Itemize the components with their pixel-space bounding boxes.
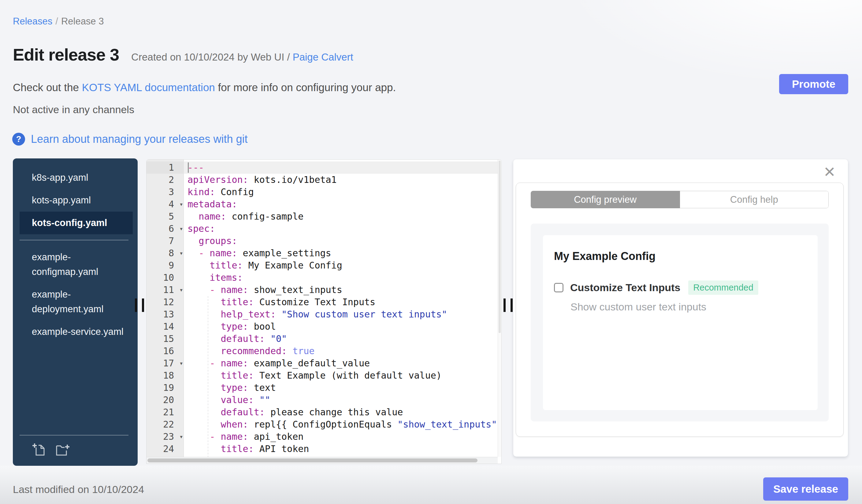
line-number: 24	[163, 443, 174, 454]
preview-resize-handle[interactable]	[504, 299, 513, 312]
code-text[interactable]: type: bool	[184, 320, 501, 333]
hscroll-thumb[interactable]	[147, 459, 478, 462]
sidebar-footer-divider	[19, 435, 129, 436]
code-line-10[interactable]: 10 items:	[146, 271, 501, 284]
code-line-1[interactable]: 1---	[146, 161, 501, 174]
docs-line-prefix: Check out the	[13, 81, 82, 93]
code-line-19[interactable]: 19 type: text	[146, 382, 501, 394]
code-line-20[interactable]: 20 value: ""	[146, 394, 501, 406]
save-release-button[interactable]: Save release	[763, 477, 848, 501]
file-item-kots-config.yaml[interactable]: kots-config.yaml	[19, 212, 133, 234]
file-item-example-service.yaml[interactable]: example-service.yaml	[19, 320, 133, 343]
code-line-23[interactable]: 23▾ - name: api_token	[146, 430, 501, 443]
fold-arrow-icon[interactable]: ▾	[179, 430, 183, 443]
code-line-17[interactable]: 17▾ - name: example_default_value	[146, 357, 501, 369]
code-line-15[interactable]: 15 default: "0"	[146, 333, 501, 345]
code-text[interactable]: when: repl{{ ConfigOptionEquals "show_te…	[184, 419, 501, 430]
line-number: 13	[163, 309, 174, 320]
close-icon[interactable]: ✕	[823, 165, 836, 180]
code-line-4[interactable]: 4▾metadata:	[146, 198, 501, 210]
code-line-8[interactable]: 8▾ - name: example_settings	[146, 247, 501, 259]
promote-button[interactable]: Promote	[779, 74, 848, 94]
code-text[interactable]: - name: example_settings	[184, 247, 501, 259]
file-sidebar: k8s-app.yamlkots-app.yamlkots-config.yam…	[13, 158, 138, 466]
code-text[interactable]: type: text	[184, 382, 501, 394]
code-text[interactable]: default: "0"	[184, 333, 501, 345]
channel-status: Not active in any channels	[13, 104, 134, 116]
sidebar-footer	[13, 429, 138, 466]
code-text[interactable]: name: config-sample	[184, 210, 501, 223]
code-line-2[interactable]: 2apiVersion: kots.io/v1beta1	[146, 174, 501, 186]
breadcrumb: Releases/Release 3	[13, 16, 104, 27]
line-number: 6	[169, 223, 174, 234]
line-number: 18	[163, 370, 174, 381]
code-text[interactable]: spec:	[184, 223, 501, 235]
code-line-24[interactable]: 24 title: API token	[146, 443, 501, 455]
docs-line: Check out the KOTS YAML documentation fo…	[13, 81, 396, 94]
fold-arrow-icon[interactable]: ▾	[179, 223, 183, 235]
code-line-18[interactable]: 18 title: Text Example (with default val…	[146, 369, 501, 382]
code-text[interactable]: value: ""	[184, 394, 501, 406]
file-item-kots-app.yaml[interactable]: kots-app.yaml	[19, 189, 133, 212]
vscroll-thumb[interactable]	[499, 161, 501, 333]
code-line-11[interactable]: 11▾ - name: show_text_inputs	[146, 284, 501, 296]
sidebar-resize-handle[interactable]	[135, 299, 144, 312]
fold-arrow-icon[interactable]: ▾	[179, 247, 183, 259]
code-text[interactable]: kind: Config	[184, 186, 501, 198]
code-text[interactable]: - name: example_default_value	[184, 357, 501, 369]
code-text[interactable]: help_text: "Show custom user text inputs…	[184, 308, 501, 320]
code-line-9[interactable]: 9 title: My Example Config	[146, 259, 501, 271]
code-text[interactable]: title: Text Example (with default value)	[184, 369, 501, 382]
code-text[interactable]: - name: show_text_inputs	[184, 284, 501, 296]
config-checkbox[interactable]	[554, 283, 563, 292]
breadcrumb-current: Release 3	[61, 16, 104, 27]
code-text[interactable]: - name: api_token	[184, 430, 501, 443]
code-line-12[interactable]: 12 title: Customize Text Inputs	[146, 296, 501, 308]
code-line-13[interactable]: 13 help_text: "Show custom user text inp…	[146, 308, 501, 320]
line-number: 2	[169, 174, 174, 185]
code-line-5[interactable]: 5 name: config-sample	[146, 210, 501, 223]
config-group-title: My Example Config	[554, 235, 818, 263]
editor-vscrollbar[interactable]	[498, 160, 501, 457]
yaml-editor[interactable]: 1---2apiVersion: kots.io/v1beta13kind: C…	[146, 159, 502, 464]
add-folder-icon[interactable]	[55, 442, 70, 456]
config-preview-area: My Example Config Customize Text Inputs …	[531, 224, 829, 422]
fold-arrow-icon[interactable]: ▾	[179, 284, 183, 296]
code-text[interactable]: items:	[184, 271, 501, 284]
line-number: 23	[163, 431, 174, 442]
code-text[interactable]: title: Customize Text Inputs	[184, 296, 501, 308]
code-line-16[interactable]: 16 recommended: true	[146, 345, 501, 357]
created-info: Created on 10/10/2024 by Web UI /Paige C…	[131, 51, 353, 63]
file-item-example-deployment.yaml[interactable]: example-deployment.yaml	[19, 283, 133, 320]
code-text[interactable]: recommended: true	[184, 345, 501, 357]
line-number: 5	[169, 211, 174, 222]
author-link[interactable]: Paige Calvert	[293, 51, 353, 63]
file-item-example-configmap.yaml[interactable]: example-configmap.yaml	[19, 246, 133, 283]
breadcrumb-releases-link[interactable]: Releases	[13, 16, 52, 27]
code-text[interactable]: apiVersion: kots.io/v1beta1	[184, 174, 501, 186]
tab-config-help[interactable]: Config help	[680, 191, 829, 208]
kots-docs-link[interactable]: KOTS YAML documentation	[82, 81, 215, 93]
title-row: Edit release 3 Created on 10/10/2024 by …	[13, 45, 353, 65]
code-text[interactable]: title: My Example Config	[184, 259, 501, 271]
page-title: Edit release 3	[13, 45, 119, 65]
fold-arrow-icon[interactable]: ▾	[179, 357, 183, 369]
code-line-3[interactable]: 3kind: Config	[146, 186, 501, 198]
code-text[interactable]: default: please change this value	[184, 406, 501, 419]
editor-hscrollbar[interactable]	[146, 457, 498, 464]
code-line-7[interactable]: 7 groups:	[146, 235, 501, 247]
code-line-6[interactable]: 6▾spec:	[146, 223, 501, 235]
code-text[interactable]: title: API token	[184, 443, 501, 455]
tab-config-preview[interactable]: Config preview	[531, 191, 680, 208]
code-line-14[interactable]: 14 type: bool	[146, 320, 501, 333]
code-text[interactable]: metadata:	[184, 198, 501, 210]
code-line-21[interactable]: 21 default: please change this value	[146, 406, 501, 419]
file-item-k8s-app.yaml[interactable]: k8s-app.yaml	[19, 167, 133, 189]
code-text[interactable]: groups:	[184, 235, 501, 247]
add-file-icon[interactable]	[32, 442, 46, 456]
code-text[interactable]: ---	[184, 161, 501, 174]
fold-arrow-icon[interactable]: ▾	[179, 198, 183, 210]
code-line-22[interactable]: 22 when: repl{{ ConfigOptionEquals "show…	[146, 419, 501, 430]
resize-bar-icon	[135, 299, 137, 312]
git-help-link[interactable]: Learn about managing your releases with …	[31, 133, 247, 146]
